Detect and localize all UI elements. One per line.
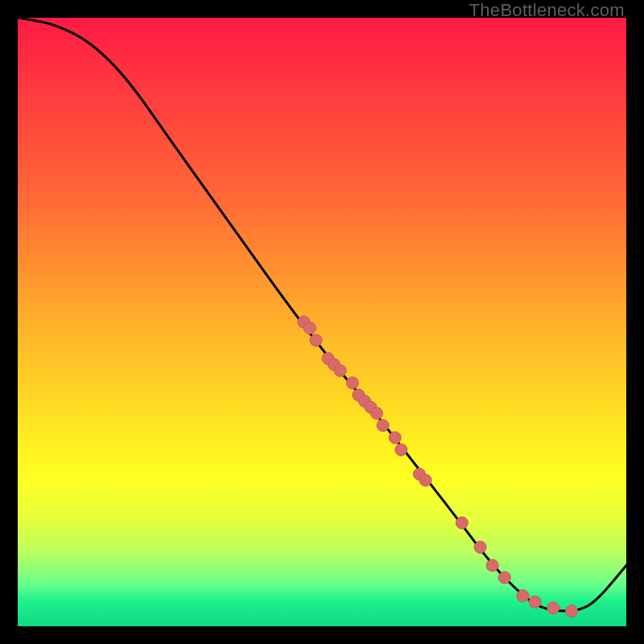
- data-point: [486, 559, 498, 572]
- watermark-text: TheBottleneck.com: [469, 0, 625, 21]
- data-point: [517, 590, 529, 602]
- points-layer: [298, 316, 578, 617]
- data-point: [474, 541, 486, 553]
- data-point: [346, 377, 358, 389]
- data-point: [565, 605, 577, 617]
- data-point: [547, 602, 559, 614]
- chart-frame: TheBottleneck.com: [0, 0, 644, 644]
- bottleneck-curve: [18, 18, 626, 611]
- data-point: [395, 444, 407, 456]
- data-point: [303, 322, 316, 334]
- chart-plot-area: [18, 18, 626, 626]
- curve-layer: [18, 18, 626, 611]
- data-point: [498, 572, 510, 584]
- data-point: [389, 431, 401, 444]
- data-point: [529, 596, 541, 608]
- chart-svg: [18, 18, 626, 626]
- data-point: [456, 517, 468, 529]
- data-point: [371, 407, 383, 419]
- data-point: [419, 474, 431, 486]
- data-point: [377, 419, 389, 431]
- data-point: [310, 334, 322, 346]
- data-point: [334, 365, 346, 377]
